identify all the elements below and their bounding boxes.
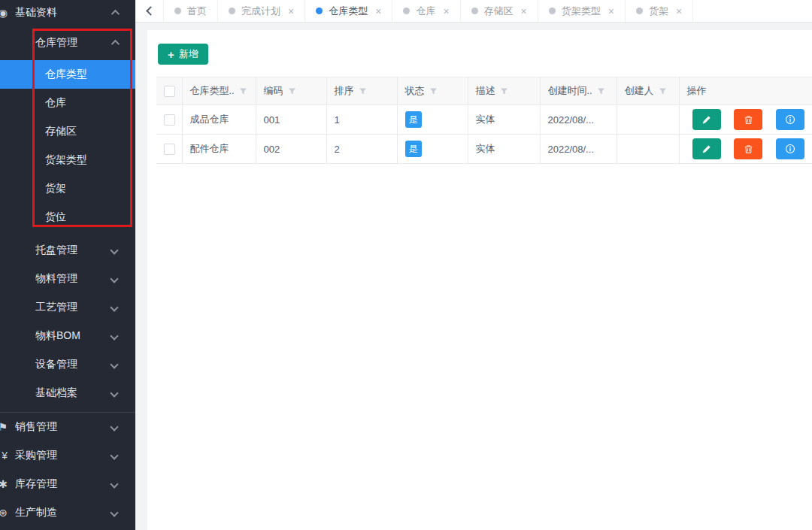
column-header-sort: 排序 (335, 84, 354, 98)
sidebar-item-label: 仓库类型 (45, 68, 87, 81)
sidebar-item-label: 销售管理 (15, 420, 57, 434)
row-checkbox[interactable] (164, 114, 175, 126)
app-window: ◉ 基础资料 仓库管理 仓库类型 仓库 存储区 货架类型 货架 货位 托盘管理 (0, 0, 812, 530)
main-area: 首页 完成计划 × 仓库类型 × 仓库 × 存储区 × (135, 0, 812, 530)
row-checkbox[interactable] (164, 144, 175, 155)
filter-icon[interactable] (288, 87, 296, 95)
chevron-down-icon (110, 422, 118, 431)
tab-dot-icon (549, 8, 556, 14)
tab-dot-icon (316, 8, 323, 14)
sidebar-item-warehouse[interactable]: 仓库 (0, 89, 135, 117)
sidebar: ◉ 基础资料 仓库管理 仓库类型 仓库 存储区 货架类型 货架 货位 托盘管理 (0, 0, 135, 530)
sidebar-item-sales-mgmt[interactable]: ⚑ 销售管理 (0, 413, 135, 441)
edit-button[interactable] (692, 109, 721, 130)
tab-home[interactable]: 首页 (164, 0, 218, 22)
sidebar-item-label: 库存管理 (15, 477, 57, 491)
tab-warehouse[interactable]: 仓库 × (392, 0, 460, 22)
sidebar-item-location[interactable]: 货位 (0, 203, 135, 232)
sidebar-item-shelf[interactable]: 货架 (0, 174, 135, 203)
basic-data-icon: ◉ (0, 7, 8, 19)
select-all-checkbox[interactable] (164, 86, 175, 97)
sidebar-item-label: 设备管理 (35, 358, 77, 371)
sidebar-item-inventory-mgmt[interactable]: ✱ 库存管理 (0, 470, 135, 498)
cell-description: 实体 (468, 105, 540, 135)
status-badge: 是 (405, 111, 422, 128)
sidebar-item-label: 货架类型 (45, 153, 87, 167)
sidebar-item-process-mgmt[interactable]: 工艺管理 (0, 293, 135, 322)
filter-icon[interactable] (500, 87, 508, 95)
chevron-up-icon (111, 40, 120, 48)
delete-button[interactable] (734, 109, 762, 130)
close-icon[interactable]: × (375, 6, 381, 17)
sidebar-item-shelf-type[interactable]: 货架类型 (0, 146, 135, 174)
sidebar-item-storage-area[interactable]: 存储区 (0, 117, 135, 146)
filter-icon[interactable] (239, 87, 247, 95)
edit-button[interactable] (692, 138, 721, 159)
filter-icon[interactable] (659, 87, 667, 95)
sidebar-item-basic-data[interactable]: ◉ 基础资料 (0, 0, 135, 26)
cell-code: 001 (256, 105, 326, 135)
column-header-warehouse-type: 仓库类型.. (190, 84, 235, 98)
column-header-operation: 操作 (687, 85, 707, 96)
tab-storage-area[interactable]: 存储区 × (461, 0, 538, 22)
info-icon (785, 144, 795, 154)
info-icon (785, 114, 795, 125)
sidebar-item-label: 生产制造 (15, 506, 57, 519)
cell-creator (617, 105, 679, 135)
cell-sort: 1 (326, 105, 397, 135)
filter-icon[interactable] (359, 87, 367, 95)
tab-label: 货架类型 (562, 5, 601, 18)
tab-label: 完成计划 (241, 5, 280, 18)
status-badge: 是 (405, 141, 422, 157)
tab-warehouse-type[interactable]: 仓库类型 × (305, 0, 392, 22)
filter-icon[interactable] (597, 87, 605, 95)
tab-dot-icon (229, 8, 235, 14)
sidebar-item-basic-archives[interactable]: 基础档案 (0, 379, 135, 407)
add-button-label: 新增 (179, 47, 198, 61)
warehouse-type-table: 仓库类型.. 编码 排序 状态 描述 创建时间.. 创建人 操作 (156, 77, 812, 164)
column-header-code: 编码 (264, 84, 283, 98)
tab-complete-plan[interactable]: 完成计划 × (218, 0, 305, 22)
add-button[interactable]: + 新增 (158, 44, 208, 65)
sidebar-item-production[interactable]: ⊛ 生产制造 (0, 498, 135, 527)
tab-label: 首页 (187, 5, 207, 18)
tab-shelf-type[interactable]: 货架类型 × (538, 0, 626, 22)
cell-sort: 2 (326, 135, 397, 164)
info-button[interactable] (776, 109, 804, 130)
content-area: + 新增 仓库类型.. 编码 排序 (135, 23, 812, 530)
sidebar-item-material-bom[interactable]: 物料BOM (0, 322, 135, 350)
chevron-up-icon (111, 10, 120, 18)
trash-icon (744, 144, 753, 154)
sidebar-item-purchase-mgmt[interactable]: ¥ 采购管理 (0, 441, 135, 470)
filter-icon[interactable] (429, 87, 438, 95)
delete-button[interactable] (734, 138, 762, 159)
close-icon[interactable]: × (288, 6, 294, 17)
pencil-icon (701, 144, 711, 154)
chevron-down-icon (110, 389, 118, 397)
column-header-status: 状态 (405, 84, 425, 98)
sidebar-item-warehouse-mgmt[interactable]: 仓库管理 (0, 29, 135, 57)
sidebar-item-material-mgmt[interactable]: 物料管理 (0, 265, 135, 293)
sidebar-item-label: 物料管理 (35, 272, 77, 286)
tabs-scroll-left-button[interactable] (135, 0, 164, 22)
cell-creator (617, 135, 679, 164)
chevron-down-icon (110, 303, 118, 311)
cell-created-time: 2022/08/... (540, 135, 617, 164)
sidebar-item-pallet-mgmt[interactable]: 托盘管理 (0, 236, 135, 265)
info-button[interactable] (776, 138, 804, 159)
sidebar-item-equipment-mgmt[interactable]: 设备管理 (0, 350, 135, 379)
tab-shelf[interactable]: 货架 × (626, 0, 693, 22)
sidebar-item-warehouse-type[interactable]: 仓库类型 (0, 60, 135, 89)
production-icon: ⊛ (0, 507, 8, 519)
close-icon[interactable]: × (676, 6, 682, 17)
chevron-down-icon (110, 480, 118, 488)
tab-dot-icon (174, 8, 181, 14)
inventory-icon: ✱ (0, 478, 8, 490)
close-icon[interactable]: × (521, 6, 527, 17)
close-icon[interactable]: × (443, 6, 449, 17)
tab-label: 仓库类型 (329, 5, 368, 18)
tab-label: 存储区 (484, 5, 514, 18)
close-icon[interactable]: × (608, 6, 614, 17)
chevron-down-icon (110, 246, 118, 254)
tab-dot-icon (471, 8, 478, 14)
